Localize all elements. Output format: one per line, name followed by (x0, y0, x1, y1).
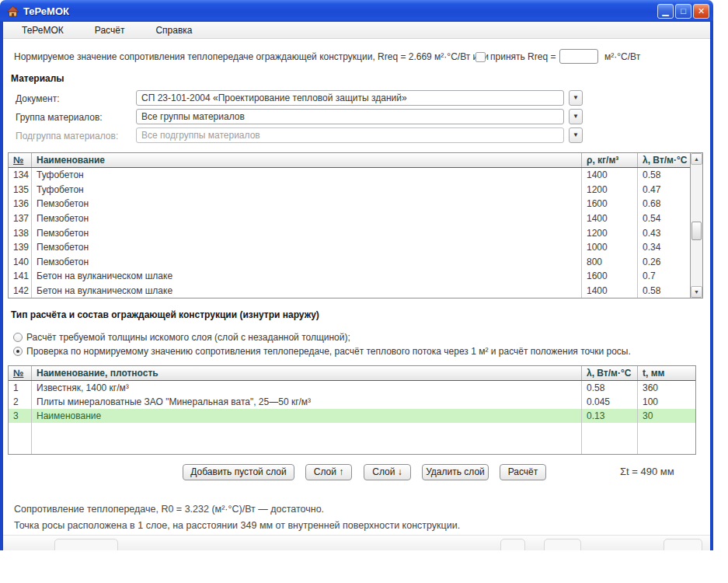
table-cell: 3 (9, 409, 32, 423)
table-cell: 0.54 (638, 211, 690, 226)
table-row[interactable]: 139 Пемзобетон 1000 0.34 (9, 240, 690, 255)
table-row[interactable]: 137 Пемзобетон 1400 0.54 (9, 211, 690, 226)
group-dropdown-arrow-icon[interactable]: ▼ (569, 109, 583, 124)
materials-heading: Материалы (11, 73, 64, 84)
table-cell: Пемзобетон (32, 254, 582, 269)
bottom-cropped-toolbar (3, 535, 710, 550)
table-cell: Бетон на вулканическом шлаке (32, 284, 582, 298)
table-cell: Пемзобетон (32, 197, 582, 211)
table-cell: Туфобетон (32, 183, 582, 197)
column-header[interactable]: № (9, 366, 32, 380)
layer-row[interactable]: 1 Известняк, 1400 кг/м³ 0.58 360 (9, 381, 695, 395)
main-content: Нормируемое значение сопротивления тепло… (3, 39, 710, 550)
table-cell: Пемзобетон (32, 240, 582, 255)
table-cell: Пемзобетон (32, 225, 582, 240)
column-header[interactable]: Наименование, плотность (32, 366, 582, 380)
table-cell: 136 (9, 197, 32, 211)
column-header[interactable]: № (9, 153, 32, 167)
table-cell: 0.58 (638, 284, 690, 298)
table-row[interactable]: 135 Туфобетон 1200 0.47 (9, 183, 690, 197)
table-cell: 0.58 (638, 168, 690, 183)
rreq-checkbox-label: принять Rreq = (490, 51, 556, 62)
window-border-right (710, 22, 713, 550)
rreq-checkbox[interactable] (475, 52, 486, 62)
ghost-button (664, 539, 702, 550)
table-empty-area (9, 423, 695, 454)
maximize-icon[interactable]: □ (675, 4, 691, 19)
scrollbar-thumb[interactable] (691, 222, 702, 240)
vertical-scrollbar[interactable]: ▲ ▼ (690, 153, 702, 298)
table-cell: 1200 (582, 183, 638, 197)
table-row[interactable]: 141 Бетон на вулканическом шлаке 1600 0.… (9, 269, 690, 284)
table-cell: 140 (9, 254, 32, 269)
column-header[interactable]: t, мм (638, 366, 695, 380)
table-cell: Наименование (32, 409, 582, 423)
table-cell: 137 (9, 211, 32, 226)
table-cell: 0.13 (582, 409, 638, 423)
layers-table-header: № Наименование, плотность λ, Вт/м·°С t, … (9, 366, 695, 381)
table-cell (9, 423, 32, 454)
window-title: ТеРеМОК (23, 5, 69, 17)
table-row[interactable]: 136 Пемзобетон 1600 0.68 (9, 197, 690, 211)
close-icon[interactable]: ✕ (693, 4, 709, 19)
document-label: Документ: (16, 93, 60, 104)
delete-layer-button[interactable]: Удалить слой (422, 464, 489, 480)
table-row[interactable]: 140 Пемзобетон 800 0.26 (9, 254, 690, 269)
column-header[interactable]: λ, Вт/м·°С (582, 366, 638, 380)
layer-down-button[interactable]: Слой ↓ (364, 464, 411, 480)
layer-row[interactable]: 2 Плиты минераловатные ЗАО "Минеральная … (9, 395, 695, 409)
calculate-button[interactable]: Расчёт (500, 464, 546, 480)
table-cell: 1400 (582, 211, 638, 226)
table-cell: Туфобетон (32, 168, 582, 183)
rreq-input[interactable] (559, 49, 598, 64)
document-dropdown-arrow-icon[interactable]: ▼ (569, 90, 583, 106)
menu-spravka[interactable]: Справка (155, 25, 192, 36)
scroll-up-icon[interactable]: ▲ (691, 153, 702, 165)
table-cell: 1200 (582, 225, 638, 240)
column-header[interactable]: Наименование (32, 153, 582, 167)
title-bar[interactable]: ТеРеМОК ▁ □ ✕ (0, 0, 713, 22)
ghost-button (500, 539, 525, 550)
table-cell: 360 (638, 381, 695, 395)
minimize-icon[interactable]: ▁ (657, 4, 674, 19)
table-row[interactable]: 142 Бетон на вулканическом шлаке 1400 0.… (9, 284, 690, 298)
table-cell: 0.68 (638, 197, 690, 211)
calc-type-heading: Тип расчёта и состав ограждающей констру… (11, 309, 319, 320)
subgroup-select[interactable]: Все подгруппы материалов (136, 127, 564, 143)
table-cell: 1600 (582, 269, 638, 284)
table-cell: Бетон на вулканическом шлаке (32, 269, 582, 284)
radio-check-resistance-label[interactable]: Проверка по нормируемому значению сопрот… (26, 346, 631, 357)
layer-up-button[interactable]: Слой ↑ (305, 464, 352, 480)
table-cell (582, 423, 638, 454)
app-window: ТеРеМОК ▁ □ ✕ ТеРеМОК Расчёт Справка Нор… (0, 0, 713, 550)
table-cell: 2 (9, 395, 32, 409)
document-select[interactable]: СП 23-101-2004 «Проектирование тепловой … (136, 90, 564, 106)
subgroup-dropdown-arrow-icon[interactable]: ▼ (569, 127, 583, 143)
table-row[interactable]: 134 Туфобетон 1400 0.58 (9, 168, 690, 183)
table-cell: Плиты минераловатные ЗАО "Минеральная ва… (32, 395, 582, 409)
radio-check-resistance[interactable] (13, 347, 23, 356)
column-header[interactable]: λ, Вт/м·°С (638, 153, 690, 167)
radio-required-thickness-label[interactable]: Расчёт требуемой толщины искомого слоя (… (26, 332, 350, 343)
radio-required-thickness[interactable] (13, 333, 23, 342)
result-resistance-line: Сопротивление теплопередаче, R0 = 3.232 … (14, 504, 324, 515)
table-cell: 800 (582, 254, 638, 269)
table-cell: 0.43 (638, 225, 690, 240)
table-cell: 134 (9, 168, 32, 183)
table-cell: 1400 (582, 168, 638, 183)
result-dewpoint-line: Точка росы расположена в 1 слое, на расс… (14, 520, 460, 531)
table-cell: 139 (9, 240, 32, 255)
layer-row-selected[interactable]: 3 Наименование 0.13 30 (9, 409, 695, 423)
column-header[interactable]: ρ, кг/м³ (582, 153, 638, 167)
add-empty-layer-button[interactable]: Добавить пустой слой (183, 464, 294, 480)
scroll-down-icon[interactable]: ▼ (691, 286, 702, 298)
rreq-label: Нормируемое значение сопротивления тепло… (14, 51, 489, 62)
group-select[interactable]: Все группы материалов (136, 109, 564, 124)
subgroup-label: Подгруппа материалов: (16, 131, 118, 141)
menu-raschet[interactable]: Расчёт (95, 25, 125, 36)
table-cell: Известняк, 1400 кг/м³ (32, 381, 582, 395)
table-cell: Пемзобетон (32, 211, 582, 226)
menu-teremok[interactable]: ТеРеМОК (22, 25, 64, 36)
menu-bar: ТеРеМОК Расчёт Справка (3, 22, 710, 39)
table-row[interactable]: 138 Пемзобетон 1200 0.43 (9, 225, 690, 240)
